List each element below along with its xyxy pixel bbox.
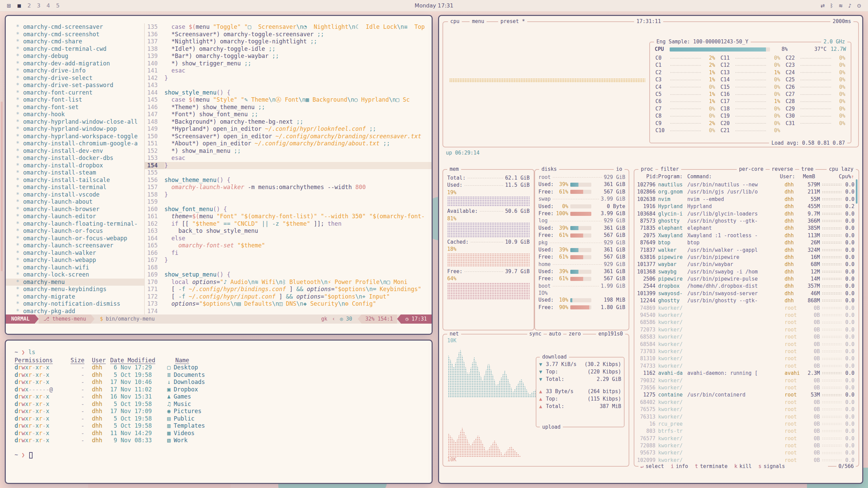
- process-row[interactable]: 73703kworker/root0B0.0: [637, 348, 856, 355]
- file-row[interactable]: drwxr-xr-x-dhh 5 Oct 19:58≣Documents: [15, 371, 432, 379]
- file-item[interactable]: *omarchy-menu: [6, 279, 144, 286]
- file-item[interactable]: *omarchy-cmd-terminal-cwd: [6, 45, 144, 53]
- process-row[interactable]: 71837walker/usr/bin/walker --gappldhh324…: [637, 247, 856, 254]
- process-row[interactable]: 1162avahi-daavahi-daemon: running [avahi…: [637, 370, 856, 377]
- file-item[interactable]: *omarchy-launch-editor: [6, 213, 144, 220]
- process-row[interactable]: 16rcu_preeroot0B0.0: [637, 421, 856, 428]
- sort-selector[interactable]: cpu lazy: [827, 166, 856, 173]
- process-row[interactable]: 103684glycin-i/usr/lib/glycin-loadersdhh…: [637, 210, 856, 218]
- file-item[interactable]: *omarchy-launch-about: [6, 198, 144, 206]
- network-icon[interactable]: ⇄: [821, 3, 825, 9]
- file-item[interactable]: *omarchy-launch-or-focus: [6, 227, 144, 235]
- file-item[interactable]: *omarchy-launch-wifi: [6, 264, 144, 271]
- file-item[interactable]: *omarchy-launch-walker: [6, 249, 144, 257]
- file-item[interactable]: *omarchy-launch-or-focus-webapp: [6, 235, 144, 242]
- process-row[interactable]: 87573ghostty/usr/bin/ghostty --gtk-dhh36…: [637, 218, 856, 225]
- process-row[interactable]: 2075XwaylandXwayland :1 -rootless -dhh11…: [637, 232, 856, 239]
- proc-option-tree[interactable]: tree: [799, 166, 815, 173]
- net-mode-auto[interactable]: auto: [547, 330, 563, 338]
- col-pid[interactable]: Pid:: [637, 173, 658, 181]
- file-item[interactable]: *omarchy-install-vscode: [6, 191, 144, 199]
- process-row[interactable]: 74869kworker/root0B0.0: [637, 305, 856, 312]
- file-row[interactable]: drwxr-xr-x-dhh11 Nov 14:29▦Videos: [15, 430, 432, 437]
- proc-box-title[interactable]: proc: [638, 166, 655, 173]
- workspace-3[interactable]: 3: [37, 2, 40, 9]
- terminal-window[interactable]: ~❯ls PermissionsSizeUserDate ModifiedNam…: [5, 340, 433, 484]
- bluetooth-icon[interactable]: ᛒ: [830, 3, 833, 9]
- process-row[interactable]: 81310kworker/root0B0.0: [637, 355, 856, 362]
- process-row[interactable]: 79032kworker/root0B0.0: [637, 377, 856, 384]
- file-item[interactable]: *omarchy-hyprland-workspace-toggle: [6, 133, 144, 140]
- file-item[interactable]: *omarchy-hyprland-window-close-all: [6, 118, 144, 126]
- process-row[interactable]: 68584kworker/root0B0.0: [637, 341, 856, 348]
- power-icon[interactable]: ⊙: [857, 3, 861, 9]
- file-item[interactable]: *omarchy-drive-info: [6, 67, 144, 75]
- file-item[interactable]: *omarchy-font-current: [6, 89, 144, 97]
- file-row[interactable]: drwxr-xr-x-dhh17 Nov 10:46↓Downloads: [15, 379, 432, 386]
- file-item[interactable]: *omarchy-drive-set-password: [6, 82, 144, 89]
- process-row[interactable]: 73656kworker/root0B0.0: [637, 384, 856, 391]
- file-item[interactable]: *omarchy-pkg-add: [6, 308, 144, 315]
- process-row[interactable]: 102796nautilus/usr/bin/nautilus --newdhh…: [637, 181, 856, 188]
- col-program[interactable]: Program:: [658, 173, 687, 181]
- terminal-cursor[interactable]: [29, 452, 33, 459]
- file-row[interactable]: drwxr-xr-x-dhh 5 Oct 19:58♫Music: [15, 401, 432, 408]
- process-row[interactable]: 1916HyprlandHyprlanddhh455M0.2: [637, 203, 856, 210]
- process-row[interactable]: 68402kworker/root0B0.0: [637, 399, 856, 406]
- net-interface[interactable]: enp191s0: [596, 330, 625, 338]
- net-box-title[interactable]: net: [447, 330, 461, 338]
- file-item[interactable]: *omarchy-hyprland-window-pop: [6, 125, 144, 133]
- mem-box-title[interactable]: mem: [447, 166, 461, 173]
- workspace-4[interactable]: 4: [46, 2, 50, 9]
- file-item[interactable]: *omarchy-install-steam: [6, 169, 144, 177]
- process-row[interactable]: 1275containe/usr/bin/containerdroot53M0.…: [637, 391, 856, 399]
- col-cpu[interactable]: Cpu%: [839, 173, 851, 181]
- file-item[interactable]: *omarchy-hook: [6, 111, 144, 118]
- col-mem[interactable]: MemB: [798, 173, 815, 181]
- file-row[interactable]: drwxr-xr-x-dhh 6 Nov 17:29▢Desktop: [15, 364, 432, 371]
- file-list[interactable]: *omarchy-cmd-screensaver*omarchy-cmd-scr…: [6, 23, 145, 314]
- process-row[interactable]: 74733kworker/root0B0.0: [637, 363, 856, 370]
- process-row[interactable]: 95673kworker/root0B0.0: [637, 449, 856, 456]
- process-row[interactable]: 68586kworker/root0B0.0: [637, 319, 856, 326]
- process-row[interactable]: 68583kworker/root0B0.0: [637, 333, 856, 341]
- process-row[interactable]: 101377waybar/usr/bin/waybardhh68M0.0: [637, 261, 856, 268]
- volume-icon[interactable]: ♪: [848, 3, 852, 9]
- process-row[interactable]: 76313kworker/root0B0.0: [637, 413, 856, 421]
- file-row[interactable]: drwxr-xr-x-dhh 9 Nov 08:33▧Work: [15, 437, 432, 444]
- process-row[interactable]: 102638nvimnvim --embeddhh55M0.0: [637, 196, 856, 203]
- footer-kill-button[interactable]: kkill: [734, 463, 752, 470]
- update-interval[interactable]: 2000ms: [830, 18, 853, 25]
- workspace-5[interactable]: 5: [56, 2, 59, 9]
- file-row[interactable]: drwxr-xr-x-dhh 5 Oct 19:58▥Templates: [15, 422, 432, 430]
- file-item[interactable]: *omarchy-debug: [6, 53, 144, 60]
- file-row[interactable]: drwxr-xr-x-dhh16 Nov 15:31♟Games: [15, 393, 432, 401]
- process-row[interactable]: 94540kworker/root0B0.0: [637, 312, 856, 319]
- proc-scrollbar[interactable]: [856, 179, 857, 204]
- proc-option-per-core[interactable]: per-core: [737, 166, 765, 173]
- process-row[interactable]: 102866org.gnom/usr/bin/gjs /usr/lib/odhh…: [637, 188, 856, 196]
- file-item[interactable]: *omarchy-launch-browser: [6, 206, 144, 213]
- process-row[interactable]: 2506pipewire/usr/bin/pipewire-pulsedhh14…: [637, 276, 856, 283]
- file-item[interactable]: *omarchy-launch-floating-terminal-: [6, 220, 144, 228]
- file-item[interactable]: *omarchy-cmd-screensaver: [6, 23, 144, 31]
- proc-option-reverse[interactable]: reverse: [770, 166, 795, 173]
- file-item[interactable]: *omarchy-install-terminal: [6, 184, 144, 191]
- process-row[interactable]: 87649btopbtopdhh26M0.0: [637, 239, 856, 246]
- net-mode-zero[interactable]: zero: [567, 330, 583, 338]
- process-row[interactable]: 803btrfs-trroot0B0.0: [637, 428, 856, 435]
- col-user[interactable]: User:: [780, 173, 798, 181]
- filter-button[interactable]: filter: [658, 166, 681, 173]
- process-row[interactable]: 101368swaybg/usr/bin/swaybg -i /homdhh12…: [637, 268, 856, 276]
- process-row[interactable]: 2544dropbox/home/dhh/.dropbox-distdhh357…: [637, 283, 856, 290]
- footer-terminate-button[interactable]: tterminate: [695, 463, 727, 470]
- file-item[interactable]: *omarchy-menu-keybindings: [6, 286, 144, 293]
- file-item[interactable]: *omarchy-notification-dismiss: [6, 300, 144, 308]
- file-row[interactable]: drwxr-xr-x-dhh17 Nov 17:09◉Pictures: [15, 408, 432, 415]
- workspace-2[interactable]: 2: [27, 2, 31, 9]
- file-item[interactable]: *omarchy-font-list: [6, 96, 144, 104]
- file-item[interactable]: *omarchy-install-dropbox: [6, 162, 144, 169]
- disks-box-title[interactable]: disks: [539, 166, 559, 173]
- file-item[interactable]: *omarchy-launch-screensaver: [6, 242, 144, 249]
- process-row[interactable]: 76577kworker/root0B0.0: [637, 435, 856, 442]
